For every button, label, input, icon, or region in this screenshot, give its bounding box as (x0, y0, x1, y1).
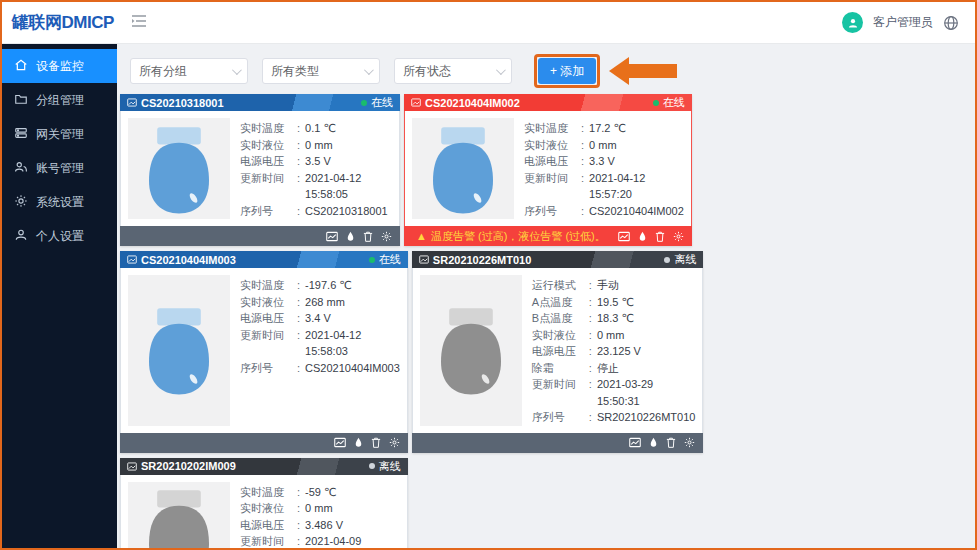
card-footer: ▲温度告警 (过高)，液位告警 (过低)。 (404, 226, 692, 246)
alarm-warning-text: ▲温度告警 (过高)，液位告警 (过低)。 (412, 229, 610, 244)
field-separator: : (581, 153, 584, 170)
chart-icon[interactable] (326, 231, 338, 242)
gear-icon[interactable] (381, 231, 392, 242)
sidebar-item-personal-settings[interactable]: 个人设置 (2, 219, 117, 253)
field-value: 268 mm (305, 294, 345, 311)
sidebar-item-device-monitor[interactable]: 设备监控 (2, 49, 117, 83)
avatar[interactable] (842, 12, 863, 33)
droplet-icon[interactable] (649, 437, 658, 448)
droplet-icon[interactable] (354, 437, 363, 448)
device-card[interactable]: CS20210404IM002 在线 实时温度:17.2 ℃ 实时液位:0 mm… (404, 94, 692, 246)
device-image-icon (127, 255, 137, 264)
device-image-icon (419, 255, 429, 264)
field-separator: : (581, 203, 584, 220)
card-body: 实时温度:17.2 ℃ 实时液位:0 mm 电源电压:3.3 V 更新时间:20… (404, 111, 692, 226)
field-label: 电源电压 (240, 517, 292, 534)
gear-icon[interactable] (673, 231, 684, 242)
warning-triangle-icon: ▲ (416, 230, 427, 242)
chart-icon[interactable] (334, 437, 346, 448)
field-value: 手动 (597, 277, 619, 294)
gear-icon[interactable] (389, 437, 400, 448)
field-label: 序列号 (240, 360, 292, 377)
type-filter-value: 所有类型 (271, 63, 319, 80)
field-value: 0 mm (305, 137, 333, 154)
menu-fold-icon (131, 14, 147, 32)
globe-icon[interactable] (943, 15, 959, 31)
sidebar-item-system-settings[interactable]: 系统设置 (2, 185, 117, 219)
card-body: 实时温度:-197.6 ℃ 实时液位:268 mm 电源电压:3.4 V 更新时… (120, 268, 408, 433)
field-label: 实时温度 (240, 120, 292, 137)
field-value: 17.2 ℃ (589, 120, 626, 137)
field-separator: : (297, 137, 300, 154)
field-label: 电源电压 (240, 310, 292, 327)
field-list: 实时温度:17.2 ℃ 实时液位:0 mm 电源电压:3.3 V 更新时间:20… (524, 118, 684, 219)
droplet-icon[interactable] (346, 231, 355, 242)
field-label: 实时液位 (532, 327, 584, 344)
user-name[interactable]: 客户管理员 (873, 14, 933, 31)
field-value: -197.6 ℃ (305, 277, 352, 294)
device-card-grid: CS20210318001 在线 实时温度:0.1 ℃ 实时液位:0 mm 电源… (117, 94, 975, 548)
sidebar-item-label: 个人设置 (36, 228, 84, 245)
device-title: SR20210202IM009 (141, 460, 236, 472)
field-value: 3.4 V (305, 310, 331, 327)
field-label: 更新时间 (524, 170, 576, 203)
field-label: 实时液位 (524, 137, 576, 154)
device-title: CS20210404IM002 (425, 97, 520, 109)
field-value: 2021-04-12 15:57:20 (589, 170, 684, 203)
sidebar-item-group-mgmt[interactable]: 分组管理 (2, 83, 117, 117)
field-value: 23.125 V (597, 343, 641, 360)
status-filter-select[interactable]: 所有状态 (394, 58, 512, 84)
trash-icon[interactable] (666, 437, 676, 448)
layout: 设备监控 分组管理 网关管理 账号管理 系统设置 个人设置 (2, 44, 975, 548)
field-value: 停止 (597, 360, 619, 377)
field-separator: : (297, 327, 300, 360)
trash-icon[interactable] (371, 437, 381, 448)
trash-icon[interactable] (363, 231, 373, 242)
sidebar-item-account-mgmt[interactable]: 账号管理 (2, 151, 117, 185)
field-value: -59 ℃ (305, 484, 336, 501)
card-header: CS20210404IM003 在线 (120, 251, 408, 268)
gear-icon (14, 194, 28, 211)
status-label: 离线 (379, 459, 401, 474)
status-label: 在线 (379, 252, 401, 267)
field-value: 2021-03-29 15:50:31 (597, 376, 695, 409)
gear-icon[interactable] (684, 437, 695, 448)
type-filter-select[interactable]: 所有类型 (262, 58, 380, 84)
folder-icon (14, 92, 28, 109)
users-icon (14, 160, 28, 177)
field-list: 运行模式:手动 A点温度:19.5 ℃ B点温度:18.3 ℃ 实时液位:0 m… (532, 275, 696, 426)
field-separator: : (589, 376, 592, 409)
device-card[interactable]: CS20210404IM003 在线 实时温度:-197.6 ℃ 实时液位:26… (120, 251, 408, 453)
app-logo: 罐联网DMICP (2, 11, 117, 34)
chart-icon[interactable] (629, 437, 641, 448)
device-card[interactable]: CS20210318001 在线 实时温度:0.1 ℃ 实时液位:0 mm 电源… (120, 94, 400, 246)
droplet-icon[interactable] (638, 231, 647, 242)
device-card[interactable]: SR20210202IM009 离线 实时温度:-59 ℃ 实时液位:0 mm … (120, 458, 408, 549)
add-device-button[interactable]: + 添加 (538, 58, 596, 84)
card-footer (412, 433, 704, 453)
warning-message: 温度告警 (过高)，液位告警 (过低)。 (431, 229, 606, 244)
sidebar-item-label: 系统设置 (36, 194, 84, 211)
sidebar-collapse-button[interactable] (131, 14, 147, 32)
device-image-icon (411, 98, 421, 107)
device-card[interactable]: SR20210226MT010 离线 运行模式:手动 A点温度:19.5 ℃ B… (412, 251, 704, 453)
field-label: 序列号 (532, 409, 584, 426)
user-icon (14, 228, 28, 245)
group-filter-select[interactable]: 所有分组 (130, 58, 248, 84)
field-label: 实时液位 (240, 500, 292, 517)
field-separator: : (297, 120, 300, 137)
field-label: 电源电压 (524, 153, 576, 170)
field-value: 2021-04-12 15:58:03 (305, 327, 400, 360)
chart-icon[interactable] (618, 231, 630, 242)
chevron-down-icon (364, 65, 374, 75)
device-title: CS20210318001 (141, 97, 224, 109)
trash-icon[interactable] (655, 231, 665, 242)
status-dot (369, 463, 375, 469)
chevron-down-icon (232, 65, 242, 75)
arrow-shaft (629, 64, 677, 78)
status-dot (653, 100, 659, 106)
field-value: 18.3 ℃ (597, 310, 634, 327)
status-dot (361, 100, 367, 106)
field-separator: : (581, 137, 584, 154)
sidebar-item-gateway-mgmt[interactable]: 网关管理 (2, 117, 117, 151)
